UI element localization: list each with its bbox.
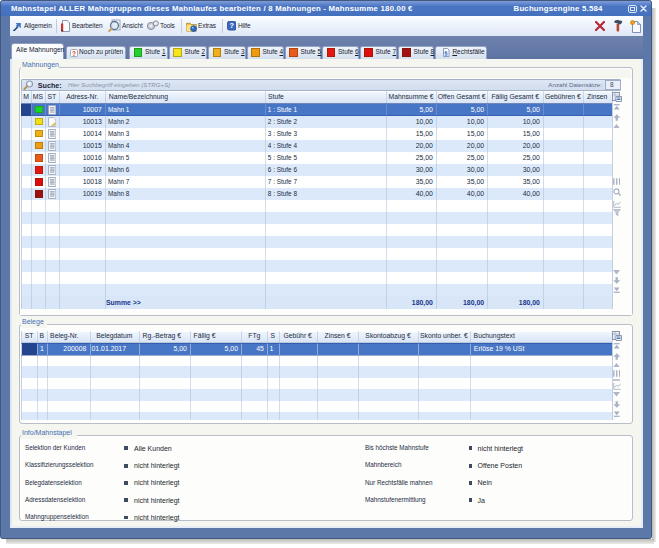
svg-text:?: ?: [229, 21, 234, 30]
svg-text:?: ?: [72, 49, 76, 56]
